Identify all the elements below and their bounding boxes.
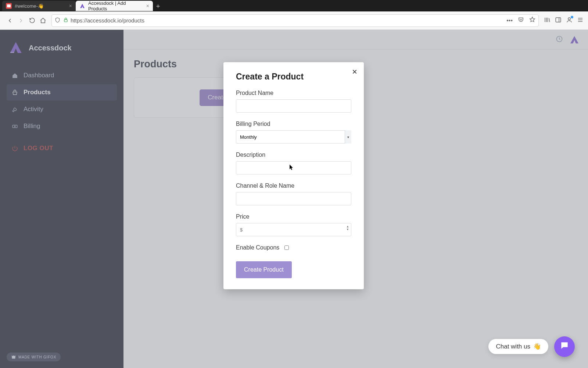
svg-point-4	[568, 18, 570, 20]
close-modal-button[interactable]: ×	[352, 67, 357, 76]
accessdock-favicon-icon	[79, 3, 85, 9]
billing-period-select[interactable]: Monthly	[236, 130, 351, 144]
more-icon[interactable]: •••	[506, 17, 513, 24]
product-name-input[interactable]	[236, 99, 351, 113]
lock-icon	[63, 17, 68, 24]
chat-fab-button[interactable]	[554, 336, 575, 357]
library-icon[interactable]	[544, 17, 551, 25]
description-input[interactable]	[236, 161, 351, 174]
stepper-icon[interactable]: ▲▼	[346, 225, 349, 231]
browser-tab-accessdock[interactable]: Accessdock | Add Products ×	[76, 1, 153, 11]
chat-pill-text: Chat with us	[496, 343, 530, 350]
price-input[interactable]	[236, 223, 351, 236]
account-icon[interactable]	[566, 17, 573, 25]
tab-title: Accessdock | Add Products	[88, 0, 143, 11]
svg-rect-2	[64, 20, 67, 22]
price-label: Price	[236, 213, 351, 220]
modal-title: Create a Product	[236, 72, 351, 82]
browser-address-bar: https://accessdock.io/products •••	[0, 11, 588, 30]
enable-coupons-label: Enable Coupons	[236, 244, 279, 251]
create-product-modal: × Create a Product Product Name Billing …	[223, 62, 364, 289]
channel-role-input[interactable]	[236, 192, 351, 205]
create-product-submit-button[interactable]: Create Product	[236, 261, 292, 278]
url-bar[interactable]: https://accessdock.io/products •••	[51, 14, 539, 27]
svg-rect-3	[556, 18, 561, 22]
sidebar-icon[interactable]	[555, 17, 562, 25]
close-tab-icon[interactable]: ×	[69, 3, 72, 9]
reload-button[interactable]	[26, 15, 37, 26]
svg-rect-1	[7, 4, 11, 7]
bookmark-star-icon[interactable]	[529, 17, 535, 24]
description-label: Description	[236, 152, 351, 158]
enable-coupons-checkbox[interactable]	[284, 245, 289, 250]
discord-favicon-icon	[6, 3, 12, 9]
chat-pill[interactable]: Chat with us 👋	[488, 339, 548, 354]
browser-tab-bar: #welcome-👋 × Accessdock | Add Products ×…	[0, 0, 588, 11]
back-button[interactable]	[4, 15, 15, 26]
channel-role-label: Channel & Role Name	[236, 183, 351, 189]
forward-button[interactable]	[15, 15, 26, 26]
browser-tab-welcome[interactable]: #welcome-👋 ×	[2, 1, 76, 11]
close-tab-icon[interactable]: ×	[146, 3, 149, 9]
billing-period-label: Billing Period	[236, 121, 351, 127]
new-tab-button[interactable]: ＋	[153, 1, 163, 11]
home-button[interactable]	[37, 15, 49, 26]
chat-bubble-icon	[560, 341, 569, 353]
url-text: https://accessdock.io/products	[71, 17, 144, 24]
product-name-label: Product Name	[236, 90, 351, 96]
hamburger-menu-icon[interactable]	[577, 17, 584, 25]
shield-icon	[55, 17, 60, 24]
wave-icon: 👋	[533, 343, 541, 350]
pocket-icon[interactable]	[518, 17, 524, 24]
tab-title: #welcome-👋	[15, 3, 44, 9]
